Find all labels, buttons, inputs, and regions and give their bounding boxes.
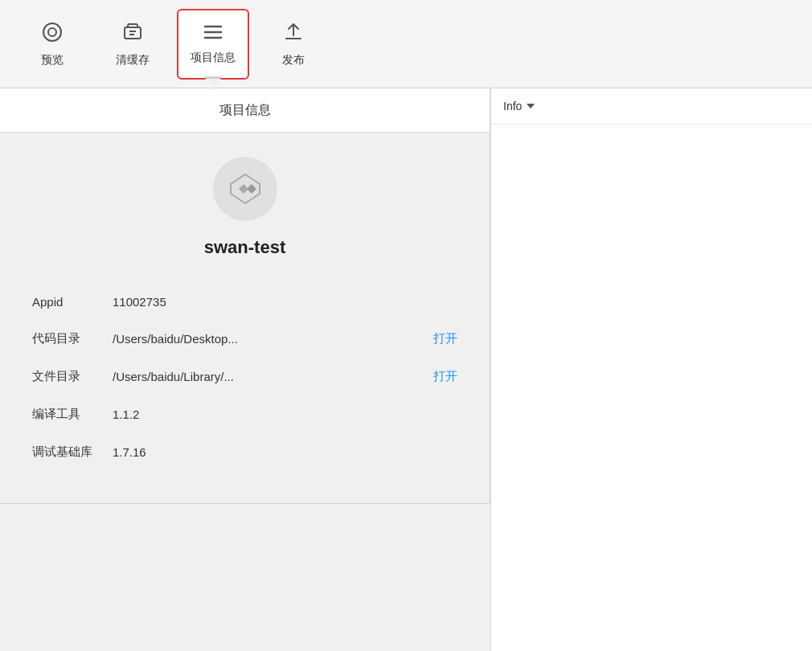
publish-button[interactable]: 发布	[257, 9, 330, 80]
info-dropdown[interactable]: Info	[503, 100, 535, 113]
info-dropdown-label: Info	[503, 100, 522, 113]
label-appid: Appid	[32, 295, 113, 309]
preview-button[interactable]: 预览	[16, 9, 88, 80]
value-compiler: 1.1.2	[113, 407, 457, 421]
app-name: swan-test	[32, 237, 457, 258]
right-panel: Network Storages App data Info	[490, 0, 812, 651]
publish-label: 发布	[282, 53, 305, 68]
label-file-dir: 文件目录	[32, 369, 113, 384]
svg-point-0	[43, 23, 61, 41]
app-logo-container	[32, 157, 457, 221]
popup-panel: 项目信息 swan-test Appid 11002735 代码	[0, 88, 490, 504]
toolbar: 预览 清缓存 项目信息	[0, 0, 812, 88]
open-file-dir-link[interactable]: 打开	[433, 369, 457, 384]
value-appid: 11002735	[113, 295, 457, 309]
open-code-dir-link[interactable]: 打开	[433, 331, 457, 346]
label-debug-lib: 调试基础库	[32, 444, 113, 460]
preview-label: 预览	[41, 53, 64, 68]
value-file-dir: /Users/baidu/Library/...	[113, 370, 425, 383]
popup-body: swan-test Appid 11002735 代码目录 /Users/bai…	[0, 133, 490, 503]
info-row-compiler: 编译工具 1.1.2	[32, 395, 457, 433]
popup-header: 项目信息	[0, 88, 490, 133]
preview-icon	[41, 21, 64, 47]
svg-rect-2	[125, 27, 141, 39]
chevron-down-icon	[527, 104, 535, 108]
right-panel-subbar: Info	[491, 88, 812, 125]
label-code-dir: 代码目录	[32, 331, 113, 346]
project-info-icon	[202, 23, 224, 44]
clear-cache-label: 清缓存	[116, 53, 150, 68]
info-row-code-dir: 代码目录 /Users/baidu/Desktop... 打开	[32, 320, 457, 358]
svg-point-1	[48, 28, 56, 36]
clear-cache-icon	[121, 21, 144, 47]
clear-cache-button[interactable]: 清缓存	[96, 9, 169, 80]
info-row-appid: Appid 11002735	[32, 284, 457, 320]
value-debug-lib: 1.7.16	[113, 445, 457, 459]
label-compiler: 编译工具	[32, 407, 113, 422]
app-logo	[213, 157, 277, 221]
info-table: Appid 11002735 代码目录 /Users/baidu/Desktop…	[32, 284, 457, 471]
publish-icon	[282, 21, 305, 47]
project-info-label: 项目信息	[191, 51, 236, 65]
popup-title: 项目信息	[219, 102, 271, 119]
value-code-dir: /Users/baidu/Desktop...	[113, 332, 425, 346]
project-info-button[interactable]: 项目信息	[177, 9, 249, 80]
info-row-file-dir: 文件目录 /Users/baidu/Library/... 打开	[32, 358, 457, 395]
info-row-debug-lib: 调试基础库 1.7.16	[32, 433, 457, 471]
